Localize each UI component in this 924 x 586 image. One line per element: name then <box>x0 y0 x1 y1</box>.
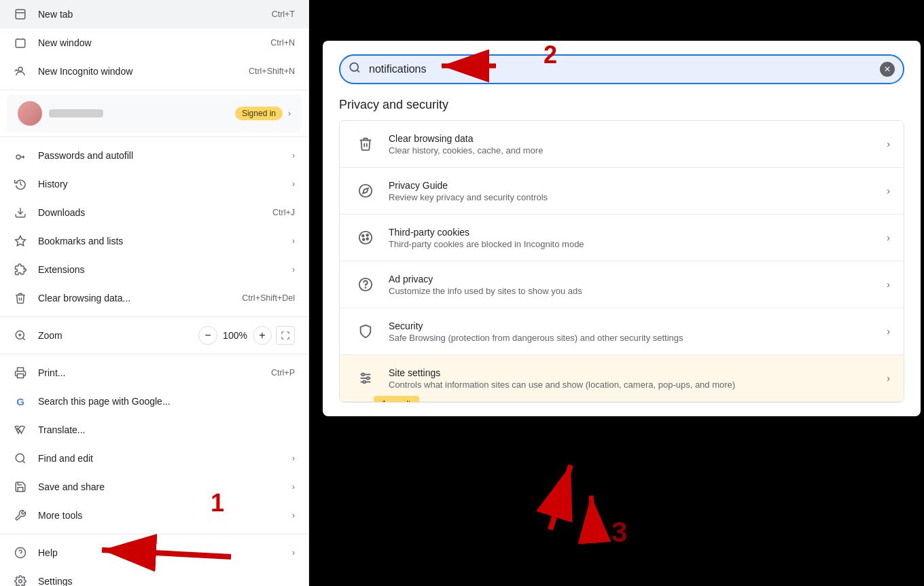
extensions-label: Extensions <box>38 264 84 275</box>
settings-item-text-site: Site settings Controls what information … <box>389 367 887 390</box>
downloads-shortcut: Ctrl+J <box>272 208 295 217</box>
menu-item-incognito[interactable]: New Incognito window Ctrl+Shift+N <box>0 57 308 86</box>
menu-item-downloads[interactable]: Downloads Ctrl+J <box>0 198 308 227</box>
settings-item-desc-site: Controls what information sites can use … <box>389 380 887 390</box>
shield-icon <box>353 319 378 344</box>
annotation-3: 3 <box>611 516 627 549</box>
search-clear-button[interactable]: ✕ <box>880 62 895 77</box>
settings-item-cookies[interactable]: Third-party cookies Third-party cookies … <box>340 215 904 261</box>
divider-2 <box>0 136 308 137</box>
svg-line-13 <box>22 460 24 462</box>
menu-item-more-tools[interactable]: More tools › <box>0 501 308 530</box>
settings-item-security[interactable]: Security Safe Browsing (protection from … <box>340 308 904 355</box>
svg-point-24 <box>363 238 365 240</box>
translate-icon <box>14 423 27 437</box>
profile-row[interactable]: Signed in › <box>7 94 302 132</box>
menu-item-save-share[interactable]: Save and share › <box>0 473 308 501</box>
settings-item-title-cookies: Third-party cookies <box>389 227 887 238</box>
menu-item-clear-browsing[interactable]: Clear browsing data... Ctrl+Shift+Del <box>0 284 308 312</box>
zoom-fullscreen-button[interactable] <box>276 326 295 345</box>
svg-point-16 <box>19 580 22 583</box>
zoom-label: Zoom <box>38 330 63 341</box>
ad-icon <box>353 272 378 297</box>
menu-item-passwords[interactable]: Passwords and autofill › <box>0 141 308 170</box>
new-tab-shortcut: Ctrl+T <box>272 10 295 19</box>
zoom-value: 100% <box>221 330 249 341</box>
menu-item-find-edit[interactable]: Find and edit › <box>0 444 308 473</box>
more-tools-label: More tools <box>38 510 82 521</box>
settings-item-text-ad: Ad privacy Customize the info used by si… <box>389 274 887 296</box>
clear-browsing-label: Clear browsing data... <box>38 293 130 304</box>
menu-item-search-google[interactable]: G Search this page with Google... <box>0 387 308 416</box>
menu-item-history[interactable]: History › <box>0 170 308 198</box>
zoom-increase-button[interactable]: + <box>253 326 272 345</box>
menu-item-new-tab[interactable]: New tab Ctrl+T <box>0 0 308 29</box>
menu-item-bookmarks[interactable]: Bookmarks and lists › <box>0 227 308 255</box>
settings-item-clear-browsing[interactable]: Clear browsing data Clear history, cooki… <box>340 121 904 168</box>
more-tools-chevron: › <box>292 511 295 520</box>
save-share-label: Save and share <box>38 481 105 492</box>
history-icon <box>14 177 27 191</box>
settings-item-text-privacy: Privacy Guide Review key privacy and sec… <box>389 180 887 202</box>
svg-point-27 <box>366 287 366 288</box>
find-icon <box>14 452 27 465</box>
downloads-label: Downloads <box>38 207 85 218</box>
bookmarks-chevron: › <box>292 236 295 246</box>
menu-item-print[interactable]: Print... Ctrl+P <box>0 359 308 387</box>
incognito-icon <box>14 65 27 78</box>
zoom-row: Zoom − 100% + <box>0 321 308 350</box>
compass-icon <box>353 179 378 203</box>
history-label: History <box>38 179 68 189</box>
svg-point-18 <box>350 63 358 71</box>
translate-label: Translate... <box>38 424 86 435</box>
settings-area: notifications ✕ Privacy and security Cle… <box>323 41 921 416</box>
svg-point-20 <box>359 185 372 197</box>
incognito-label: New Incognito window <box>38 66 132 77</box>
find-edit-label: Find and edit <box>38 453 93 464</box>
search-box[interactable]: notifications <box>339 54 904 84</box>
divider-5 <box>0 534 308 534</box>
divider-4 <box>0 354 308 354</box>
menu-item-settings[interactable]: Settings <box>0 567 308 586</box>
help-icon <box>14 546 27 560</box>
search-value: notifications <box>369 63 427 75</box>
more-tools-icon <box>14 509 27 522</box>
settings-item-desc-cookies: Third-party cookies are blocked in Incog… <box>389 239 887 249</box>
settings-item-title-ad: Ad privacy <box>389 274 887 285</box>
extensions-chevron: › <box>292 265 295 274</box>
settings-item-desc-privacy: Review key privacy and security controls <box>389 192 887 202</box>
settings-item-desc-security: Safe Browsing (protection from dangerous… <box>389 333 887 343</box>
passwords-label: Passwords and autofill <box>38 150 133 161</box>
settings-item-desc-ad: Customize the info used by sites to show… <box>389 286 887 296</box>
annotation-1: 1 <box>211 489 224 517</box>
downloads-icon <box>14 206 27 219</box>
sliders-icon <box>353 366 378 390</box>
save-icon <box>14 480 27 494</box>
svg-point-4 <box>16 155 20 159</box>
settings-item-ad-privacy[interactable]: Ad privacy Customize the info used by si… <box>340 261 904 308</box>
settings-item-privacy-guide[interactable]: Privacy Guide Review key privacy and sec… <box>340 168 904 215</box>
bookmarks-label: Bookmarks and lists <box>38 236 123 246</box>
menu-panel: New tab Ctrl+T New window Ctrl+N New Inc… <box>0 0 309 586</box>
print-label: Print... <box>38 367 65 378</box>
print-icon <box>14 366 27 380</box>
settings-item-text-cookies: Third-party cookies Third-party cookies … <box>389 227 887 249</box>
signed-in-badge: Signed in <box>235 107 283 120</box>
menu-item-translate[interactable]: Translate... <box>0 416 308 444</box>
menu-item-extensions[interactable]: Extensions › <box>0 255 308 284</box>
new-window-shortcut: Ctrl+N <box>270 38 295 48</box>
settings-item-site-settings[interactable]: Site settings Controls what information … <box>340 355 904 402</box>
menu-item-help[interactable]: Help › <box>0 538 308 567</box>
settings-item-title-clear: Clear browsing data <box>389 133 887 144</box>
svg-point-23 <box>366 234 368 236</box>
svg-point-3 <box>18 67 22 71</box>
svg-point-31 <box>362 373 365 376</box>
search-google-label: Search this page with Google... <box>38 396 171 407</box>
bookmarks-icon <box>14 234 27 248</box>
menu-item-new-window[interactable]: New window Ctrl+N <box>0 29 308 57</box>
profile-name <box>49 109 103 117</box>
settings-label: Settings <box>38 576 73 586</box>
settings-list: Clear browsing data Clear history, cooki… <box>339 120 904 403</box>
settings-chevron-ad: › <box>887 279 890 290</box>
zoom-decrease-button[interactable]: − <box>198 326 217 345</box>
